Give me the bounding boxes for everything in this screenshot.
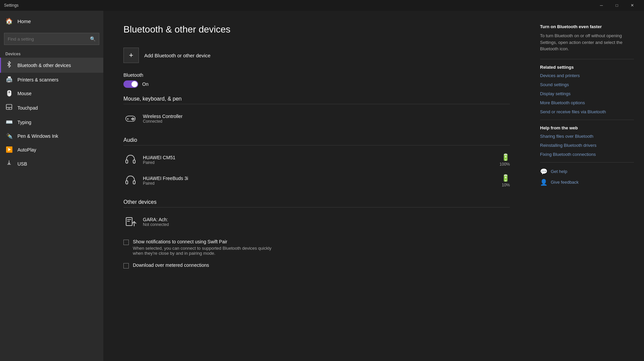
mouse-icon: 🖱️: [5, 90, 13, 97]
svg-rect-11: [133, 160, 135, 163]
tip-title: Turn on Bluetooth even faster: [540, 24, 634, 29]
device-battery-freebuds: 🔋 10%: [501, 174, 510, 187]
svg-point-6: [132, 118, 133, 118]
main-content: Bluetooth & other devices + Add Bluetoot…: [103, 11, 530, 361]
sidebar-usb-label: USB: [17, 161, 27, 167]
device-name-freebuds: HUAWEI FreeBuds 3i: [143, 176, 496, 181]
headphones-icon-freebuds: [123, 174, 138, 188]
sidebar: 🏠 Home 🔍 Devices Bluetooth & other devic…: [0, 11, 103, 361]
swift-pair-row: Show notifications to connect using Swif…: [123, 239, 510, 256]
usb-icon: [5, 160, 13, 168]
device-status-gara: Not connected: [143, 222, 510, 227]
device-status-controller: Connected: [143, 119, 510, 124]
swift-pair-checkbox[interactable]: [123, 240, 129, 245]
device-name-gara: GARA: Ach:: [143, 217, 510, 222]
device-unknown-icon: [123, 215, 138, 229]
related-more-bluetooth[interactable]: More Bluetooth options: [540, 100, 634, 105]
swift-pair-label: Show notifications to connect using Swif…: [133, 239, 280, 244]
minimize-button[interactable]: ─: [594, 0, 609, 11]
sidebar-typing-label: Typing: [17, 120, 31, 125]
right-divider-1: [540, 59, 634, 59]
search-box: 🔍: [4, 33, 99, 45]
sidebar-autoplay-label: AutoPlay: [17, 147, 36, 153]
sidebar-bluetooth-label: Bluetooth & other devices: [17, 63, 71, 68]
bluetooth-toggle[interactable]: [123, 80, 138, 88]
related-send-receive[interactable]: Send or receive files via Bluetooth: [540, 109, 634, 114]
page-title: Bluetooth & other devices: [123, 24, 510, 35]
download-metered-content: Download over metered connections: [133, 262, 209, 268]
add-device-button[interactable]: + Add Bluetooth or other device: [123, 45, 510, 66]
add-icon: +: [123, 48, 139, 63]
touchpad-icon: [5, 104, 13, 112]
sidebar-item-printers[interactable]: 🖨️ Printers & scanners: [0, 73, 103, 86]
device-wireless-controller: Wireless Controller Connected: [123, 108, 510, 129]
related-display-settings[interactable]: Display settings: [540, 91, 634, 96]
help-fixing-connections[interactable]: Fixing Bluetooth connections: [540, 152, 634, 157]
right-panel: Turn on Bluetooth even faster To turn Bl…: [530, 11, 644, 361]
sidebar-item-typing[interactable]: ⌨️ Typing: [0, 115, 103, 129]
toggle-text: On: [142, 81, 149, 87]
swift-pair-content: Show notifications to connect using Swif…: [133, 239, 280, 256]
svg-point-8: [132, 119, 133, 120]
sidebar-pen-label: Pen & Windows Ink: [17, 133, 58, 139]
get-help-item[interactable]: 💬 Get help: [540, 168, 634, 175]
app-title: Settings: [4, 3, 594, 8]
device-info-freebuds: HUAWEI FreeBuds 3i Paired: [143, 176, 496, 186]
sidebar-printers-label: Printers & scanners: [17, 77, 58, 82]
sidebar-item-touchpad[interactable]: Touchpad: [0, 100, 103, 115]
device-status-cm51: Paired: [143, 160, 494, 165]
related-sound-settings[interactable]: Sound settings: [540, 82, 634, 87]
maximize-button[interactable]: □: [609, 0, 625, 11]
related-settings-title: Related settings: [540, 65, 634, 70]
bluetooth-icon: [5, 61, 13, 69]
headphones-icon-cm51: [123, 153, 138, 167]
right-divider-2: [540, 120, 634, 120]
svg-point-7: [133, 119, 134, 119]
download-metered-checkbox[interactable]: [123, 263, 129, 268]
give-feedback-label[interactable]: Give feedback: [551, 180, 579, 185]
search-icon: 🔍: [90, 36, 96, 42]
printer-icon: 🖨️: [5, 76, 13, 83]
tip-text: To turn Bluetooth on or off without open…: [540, 33, 634, 52]
related-devices-printers[interactable]: Devices and printers: [540, 73, 634, 78]
battery-pct-cm51: 100%: [499, 162, 510, 167]
toggle-row: On: [123, 80, 510, 88]
sidebar-item-bluetooth[interactable]: Bluetooth & other devices: [0, 58, 103, 73]
device-name-controller: Wireless Controller: [143, 114, 510, 119]
help-sharing-files[interactable]: Sharing files over Bluetooth: [540, 134, 634, 139]
search-input[interactable]: [8, 37, 90, 42]
sidebar-mouse-label: Mouse: [17, 91, 32, 96]
device-status-freebuds: Paired: [143, 181, 496, 186]
svg-rect-12: [126, 181, 128, 184]
title-bar: Settings ─ □ ✕: [0, 0, 644, 11]
download-metered-row: Download over metered connections: [123, 262, 510, 268]
swift-pair-desc: When selected, you can connect to suppor…: [133, 246, 280, 256]
battery-icon-freebuds: 🔋: [501, 174, 510, 182]
sidebar-item-usb[interactable]: USB: [0, 157, 103, 171]
device-info-controller: Wireless Controller Connected: [143, 114, 510, 124]
device-name-cm51: HUAWEI CM51: [143, 155, 494, 160]
give-feedback-icon: 👤: [540, 179, 547, 186]
mouse-keyboard-header: Mouse, keyboard, & pen: [123, 96, 510, 104]
sidebar-item-pen[interactable]: ✒️ Pen & Windows Ink: [0, 129, 103, 143]
device-freebuds: HUAWEI FreeBuds 3i Paired 🔋 10%: [123, 170, 510, 191]
audio-header: Audio: [123, 137, 510, 145]
add-device-label: Add Bluetooth or other device: [144, 53, 211, 58]
give-feedback-item[interactable]: 👤 Give feedback: [540, 179, 634, 186]
pen-icon: ✒️: [5, 132, 13, 139]
sidebar-item-mouse[interactable]: 🖱️ Mouse: [0, 86, 103, 100]
device-gara: GARA: Ach: Not connected: [123, 212, 510, 232]
window-controls: ─ □ ✕: [594, 0, 640, 11]
typing-icon: ⌨️: [5, 119, 13, 126]
help-reinstalling-drivers[interactable]: Reinstalling Bluetooth drivers: [540, 143, 634, 148]
sidebar-item-home[interactable]: 🏠 Home: [0, 11, 103, 32]
bluetooth-section: Bluetooth On: [123, 72, 510, 88]
battery-icon-cm51: 🔋: [501, 153, 510, 161]
sidebar-item-autoplay[interactable]: ▶️ AutoPlay: [0, 143, 103, 157]
home-label: Home: [17, 18, 31, 24]
close-button[interactable]: ✕: [625, 0, 640, 11]
autoplay-icon: ▶️: [5, 146, 13, 153]
get-help-label[interactable]: Get help: [551, 169, 567, 174]
sidebar-touchpad-label: Touchpad: [17, 105, 38, 111]
download-metered-label: Download over metered connections: [133, 262, 209, 268]
